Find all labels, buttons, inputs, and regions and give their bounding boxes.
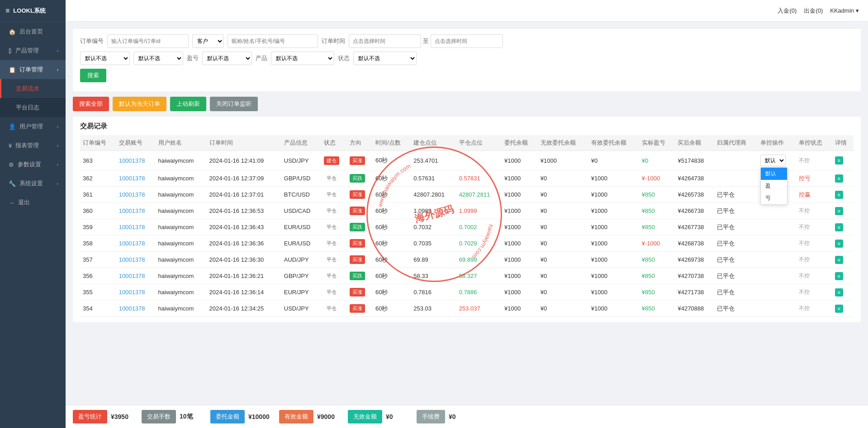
trade-value: 10笔 — [180, 413, 207, 421]
td-single-status: 控赢 — [796, 187, 832, 203]
detail-button[interactable]: ≡ — [835, 156, 843, 165]
td-single-op — [758, 252, 796, 268]
account-link[interactable]: 10001378 — [119, 224, 145, 230]
time-start-input[interactable] — [349, 34, 421, 48]
product-select[interactable]: 默认不选 — [271, 52, 334, 65]
close-price: 0.7886 — [459, 289, 477, 296]
sidebar-item-product[interactable]: ₿ 产品管理 › — [0, 41, 66, 60]
account-link[interactable]: 10001378 — [119, 157, 145, 164]
td-entrust: ¥1000 — [502, 268, 538, 284]
direction-select[interactable]: 默认不选 买涨 买跌 — [133, 52, 183, 65]
direction-badge: 买跌 — [350, 174, 365, 183]
manual-refresh-button[interactable]: 上动刷新 — [170, 97, 206, 111]
account-link[interactable]: 10001378 — [119, 240, 145, 247]
arrow-icon: › — [57, 67, 58, 72]
detail-button[interactable]: ≡ — [835, 191, 843, 199]
td-username: haiwaiymcom — [156, 151, 207, 170]
status-badge: 平仓 — [324, 207, 339, 215]
td-entrust: ¥1000 — [502, 252, 538, 268]
th-balance-after: 买后余额 — [675, 135, 714, 151]
detail-button[interactable]: ≡ — [835, 305, 843, 313]
customer-select[interactable]: 客户 代理商 — [192, 34, 224, 48]
sidebar-item-system[interactable]: 🔧 系统设置 › — [0, 174, 66, 193]
dropdown-item-profit[interactable]: 盈 — [761, 180, 787, 192]
single-status: 不控 — [799, 305, 810, 311]
sidebar-item-trade[interactable]: 交易流水 — [0, 79, 66, 98]
td-product: EUR/JPY — [281, 284, 321, 301]
sidebar-item-user[interactable]: 👤 用户管理 › — [0, 117, 66, 136]
user-menu[interactable]: KKadmin ▾ — [830, 7, 859, 14]
th-valid-entrust: 有效委托余额 — [588, 135, 639, 151]
td-single-status: 不控 — [796, 268, 832, 284]
td-status: 平仓 — [321, 219, 347, 235]
sidebar-item-logout[interactable]: → 退出 — [0, 193, 66, 212]
order-no-input[interactable] — [107, 34, 189, 48]
sidebar-item-dashboard[interactable]: 🏠 后台首页 — [0, 22, 66, 41]
account-link[interactable]: 10001378 — [119, 273, 145, 279]
td-close-price: 0.7029 — [456, 235, 502, 252]
detail-button[interactable]: ≡ — [835, 272, 843, 280]
sidebar-item-params[interactable]: ⚙ 参数设置 › — [0, 155, 66, 174]
account-link[interactable]: 10001378 — [119, 289, 145, 296]
table-section: 交易记录 订单编号 交易账号 用户姓名 订单时间 产品信息 状态 方向 时间/点… — [73, 117, 861, 322]
page-content: 订单编号 客户 代理商 订单时间 至 默认不选 建仓 — [66, 22, 868, 405]
td-status: 平仓 — [321, 203, 347, 219]
sidebar-item-label: 后台首页 — [19, 28, 43, 36]
type-select[interactable]: 默认不选 建仓 平仓 — [80, 52, 130, 65]
stat-trade: 交易手数 10笔 — [142, 410, 207, 423]
sidebar-item-log[interactable]: 平台日志 — [0, 98, 66, 117]
td-valid-entrust: ¥1000 — [588, 170, 639, 187]
td-valid-entrust: ¥1000 — [588, 219, 639, 235]
close-price: 0.57831 — [459, 175, 480, 182]
search-button[interactable]: 搜索 — [80, 69, 106, 82]
account-link[interactable]: 10001378 — [119, 175, 145, 182]
sidebar-item-label: 参数设置 — [18, 160, 41, 169]
td-entrust: ¥1000 — [502, 151, 538, 170]
td-product: BTC/USD — [281, 187, 321, 203]
dropdown-item-default[interactable]: 默认 — [761, 168, 787, 180]
th-profit: 实标盈亏 — [639, 135, 675, 151]
td-open-price: 0.57631 — [411, 170, 456, 187]
detail-button[interactable]: ≡ — [835, 207, 843, 215]
direction-badge: 买涨 — [350, 255, 365, 264]
search-all-button[interactable]: 搜索全部 — [73, 97, 109, 111]
profit-select[interactable]: 默认不选 盈 亏 — [202, 52, 252, 65]
chevron-down-icon: ▾ — [856, 7, 859, 14]
td-entrust: ¥1000 — [502, 187, 538, 203]
nickname-input[interactable] — [228, 34, 318, 48]
account-link[interactable]: 10001378 — [119, 256, 145, 263]
deposit-btn[interactable]: 入金(0) — [778, 7, 797, 15]
table-row: 355 10001378 haiwaiymcom 2024-01-16 12:3… — [80, 284, 854, 301]
th-entrust: 委托余额 — [502, 135, 538, 151]
sidebar-item-report[interactable]: ¥ 报表管理 › — [0, 136, 66, 155]
td-invalid-entrust: ¥0 — [538, 219, 588, 235]
default-today-button[interactable]: 默认为当天订单 — [113, 97, 166, 111]
detail-button[interactable]: ≡ — [835, 256, 843, 264]
dropdown-item-loss[interactable]: 亏 — [761, 192, 787, 204]
filter-row-1: 订单编号 客户 代理商 订单时间 至 — [80, 34, 854, 48]
td-valid-entrust: ¥1000 — [588, 284, 639, 301]
account-link[interactable]: 10001378 — [119, 191, 145, 198]
detail-button[interactable]: ≡ — [835, 223, 843, 231]
detail-button[interactable]: ≡ — [835, 174, 843, 183]
profit-label: 盈亏统计 — [73, 410, 107, 423]
detail-button[interactable]: ≡ — [835, 240, 843, 248]
th-open-price: 建仓点位 — [411, 135, 456, 151]
status-badge: 平仓 — [324, 304, 339, 313]
sidebar-item-order[interactable]: 📋 订单管理 › — [0, 60, 66, 79]
status-select[interactable]: 默认不选 建仓 已平仓 — [353, 52, 417, 65]
single-op-select[interactable]: 默认 盈 亏 — [760, 155, 786, 166]
arrow-icon: › — [57, 181, 58, 186]
withdraw-btn[interactable]: 出金(0) — [804, 7, 823, 15]
td-agent — [714, 170, 758, 187]
time-end-input[interactable] — [431, 34, 503, 48]
account-link[interactable]: 10001378 — [119, 207, 145, 214]
menu-icon[interactable]: ≡ — [5, 7, 9, 15]
td-balance-after: ¥4270738 — [675, 268, 714, 284]
account-link[interactable]: 10001378 — [119, 305, 145, 312]
close-monitor-button[interactable]: 关闭订单监听 — [210, 97, 258, 111]
table-row: 363 10001378 haiwaiymcom 2024-01-16 12:4… — [80, 151, 854, 170]
single-status: 不控 — [799, 240, 810, 246]
detail-button[interactable]: ≡ — [835, 288, 843, 296]
td-profit: ¥850 — [639, 284, 675, 301]
